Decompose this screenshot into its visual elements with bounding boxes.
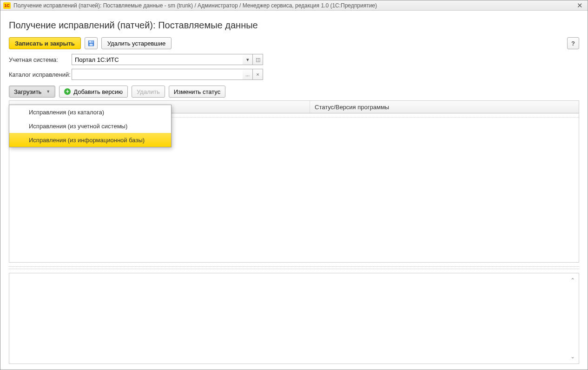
account-system-label: Учетная система: (9, 56, 72, 63)
load-dropdown-button[interactable]: Загрузить ▼ (9, 86, 55, 98)
actions-toolbar: Загрузить ▼ + Добавить версию Удалить Из… (9, 86, 579, 98)
account-system-row: Учетная система: ▾ ◫ (9, 54, 579, 65)
fix-catalog-label: Каталог исправлений: (9, 71, 72, 78)
fix-catalog-field-wrap: ... × (72, 69, 263, 80)
content-area: Получение исправлений (патчей): Поставля… (0, 11, 588, 370)
app-window: 1C Получение исправлений (патчей): Поста… (0, 0, 588, 370)
page-title: Получение исправлений (патчей): Поставля… (9, 20, 579, 31)
floppy-icon (88, 40, 94, 46)
menu-item-from-catalog[interactable]: Исправления (из каталога) (9, 105, 171, 119)
details-pane[interactable]: ⌃ ⌄ (9, 273, 579, 364)
titlebar: 1C Получение исправлений (патчей): Поста… (0, 0, 588, 11)
menu-item-from-infobase[interactable]: Исправления (из информационной базы) (9, 133, 171, 147)
chevron-down-icon: ▼ (46, 89, 50, 94)
save-and-close-button[interactable]: Записать и закрыть (9, 37, 81, 49)
scroll-down-button[interactable]: ⌄ (568, 352, 577, 361)
app-logo-icon: 1C (3, 2, 11, 9)
add-version-label: Добавить версию (73, 88, 123, 95)
account-system-dropdown-button[interactable]: ▾ (243, 54, 253, 65)
svg-rect-3 (92, 41, 92, 43)
window-close-button[interactable]: ✕ (575, 1, 585, 10)
splitter-handle[interactable] (9, 266, 579, 269)
svg-rect-2 (89, 44, 92, 46)
help-button[interactable]: ? (567, 37, 579, 49)
window-title: Получение исправлений (патчей): Поставля… (13, 2, 377, 9)
fix-catalog-input[interactable] (72, 69, 243, 80)
account-system-field-wrap: ▾ ◫ (72, 54, 263, 65)
account-system-input[interactable] (72, 54, 243, 65)
main-toolbar: Записать и закрыть Удалить устаревшие ? (9, 37, 579, 49)
load-dropdown-menu: Исправления (из каталога) Исправления (и… (9, 105, 172, 147)
svg-rect-1 (89, 41, 93, 43)
fix-catalog-row: Каталог исправлений: ... × (9, 69, 579, 80)
plus-icon: + (64, 88, 71, 95)
change-status-button[interactable]: Изменить статус (169, 86, 225, 98)
account-system-open-button[interactable]: ◫ (253, 54, 263, 65)
save-button[interactable] (85, 37, 98, 49)
fix-catalog-clear-button[interactable]: × (253, 69, 263, 80)
delete-old-button[interactable]: Удалить устаревшие (101, 37, 172, 49)
table-column-2[interactable]: Статус/Версия программы (310, 101, 579, 113)
scroll-up-button[interactable]: ⌃ (568, 276, 577, 284)
menu-item-from-account-system[interactable]: Исправления (из учетной системы) (9, 119, 171, 133)
delete-button[interactable]: Удалить (132, 86, 165, 98)
fix-catalog-browse-button[interactable]: ... (243, 69, 253, 80)
load-label: Загрузить (14, 88, 41, 95)
add-version-button[interactable]: + Добавить версию (59, 86, 128, 98)
